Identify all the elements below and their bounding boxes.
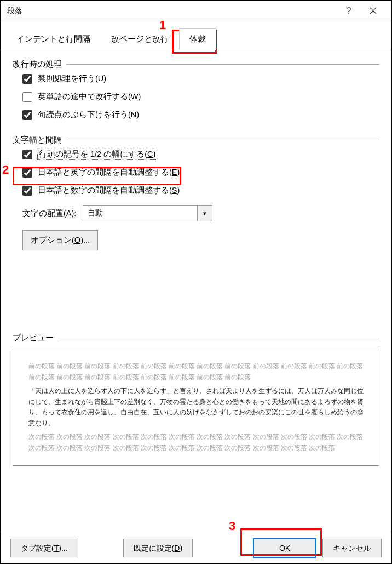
preview-box: 前の段落 前の段落 前の段落 前の段落 前の段落 前の段落 前の段落 前の段落 … (13, 349, 379, 466)
help-button[interactable]: ? (337, 1, 361, 21)
check-halfwidth-head-box[interactable] (22, 150, 32, 159)
close-button[interactable] (361, 1, 385, 21)
char-align-row: 文字の配置(A): 自動 ▾ (13, 200, 379, 227)
char-align-value[interactable]: 自動 (83, 205, 198, 221)
check-label: 禁則処理を行う(U) (38, 73, 106, 84)
dialog-title: 段落 (7, 6, 337, 16)
tab-settings-button[interactable]: タブ設定(T)... (10, 539, 78, 557)
char-align-label: 文字の配置(A): (22, 208, 76, 219)
check-jp-num-spacing-box[interactable] (22, 186, 32, 196)
preview-next-para: 次の段落 次の段落 次の段落 次の段落 次の段落 次の段落 次の段落 次の段落 … (28, 432, 364, 453)
preview-prev-para: 前の段落 前の段落 前の段落 前の段落 前の段落 前の段落 前の段落 前の段落 … (28, 361, 364, 383)
titlebar: 段落 ? (1, 1, 391, 21)
tab-bar: インデントと行間隔 改ページと改行 体裁 (1, 21, 391, 50)
tab-pagebreak[interactable]: 改ページと改行 (101, 28, 179, 50)
check-label: 句読点のぶら下げを行う(N) (38, 110, 139, 120)
dialog-button-row: タブ設定(T)... 既定に設定(D) OK キャンセル (1, 532, 391, 563)
check-hanging-punct[interactable]: 句読点のぶら下げを行う(N) (13, 106, 379, 124)
group-preview-legend: プレビュー (13, 333, 58, 343)
check-hanging-punct-box[interactable] (22, 110, 32, 120)
check-halfwidth-head[interactable]: 行頭の記号を 1/2 の幅にする(C) (13, 145, 379, 163)
char-align-select[interactable]: 自動 ▾ (83, 205, 212, 221)
tab-indent[interactable]: インデントと行間隔 (6, 28, 101, 50)
check-jp-num-spacing[interactable]: 日本語と数字の間隔を自動調整する(S) (13, 181, 379, 200)
group-linebreak: 改行時の処理 禁則処理を行う(U) 英単語の途中で改行する(W) 句読点のぶら下… (13, 59, 379, 124)
group-preview: プレビュー 前の段落 前の段落 前の段落 前の段落 前の段落 前の段落 前の段落… (13, 333, 379, 466)
options-button[interactable]: オプション(O)... (22, 230, 98, 250)
cancel-button[interactable]: キャンセル (322, 539, 382, 557)
check-kinsoku[interactable]: 禁則処理を行う(U) (13, 70, 379, 88)
set-default-button[interactable]: 既定に設定(D) (123, 539, 193, 557)
check-jp-en-spacing-box[interactable] (22, 168, 32, 178)
tab-typography[interactable]: 体裁 (179, 28, 216, 50)
group-spacing-legend: 文字幅と間隔 (13, 135, 66, 145)
check-english-break[interactable]: 英単語の途中で改行する(W) (13, 88, 379, 106)
check-jp-en-spacing[interactable]: 日本語と英字の間隔を自動調整する(E) (13, 163, 379, 181)
dialog-content: 改行時の処理 禁則処理を行う(U) 英単語の途中で改行する(W) 句読点のぶら下… (1, 50, 391, 483)
check-label: 英単語の途中で改行する(W) (38, 92, 141, 102)
chevron-down-icon[interactable]: ▾ (197, 205, 212, 221)
check-label: 日本語と数字の間隔を自動調整する(S) (38, 185, 180, 196)
group-spacing: 文字幅と間隔 行頭の記号を 1/2 の幅にする(C) 日本語と英字の間隔を自動調… (13, 135, 379, 250)
check-english-break-box[interactable] (22, 92, 32, 102)
check-label: 日本語と英字の間隔を自動調整する(E) (38, 167, 180, 178)
preview-main-para: 「天は人の上に人を造らず人の下に人を造らず」と言えり。されば天より人を生ずるには… (28, 386, 364, 429)
ok-button[interactable]: OK (253, 539, 316, 557)
group-linebreak-legend: 改行時の処理 (13, 59, 66, 70)
check-kinsoku-box[interactable] (22, 74, 32, 84)
check-label: 行頭の記号を 1/2 の幅にする(C) (38, 149, 157, 159)
close-icon (370, 7, 377, 14)
